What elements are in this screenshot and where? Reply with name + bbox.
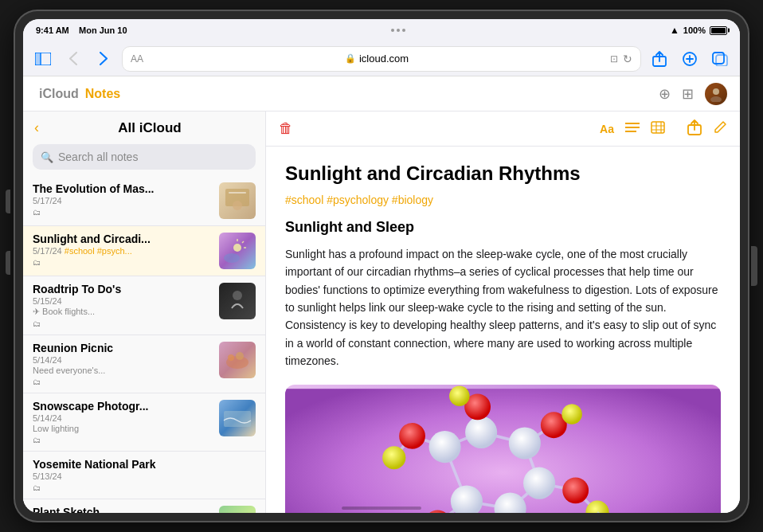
svg-point-10 <box>233 201 242 210</box>
share-note-button[interactable] <box>687 119 702 139</box>
svg-point-17 <box>233 291 242 300</box>
note-info: Sunlight and Circadi... 5/17/24 #school … <box>33 233 213 269</box>
editor-toolbar-right: Aa <box>600 119 727 139</box>
note-date: 5/14/24 <box>33 355 213 365</box>
forward-button[interactable] <box>92 47 115 71</box>
folder-icon: 🗂 <box>33 258 213 267</box>
editor-content[interactable]: Sunlight and Circadian Rhythms #school #… <box>266 147 740 513</box>
folder-icon: 🗂 <box>33 483 256 492</box>
svg-point-58 <box>523 467 555 499</box>
grid-icon[interactable]: ⊞ <box>682 85 694 103</box>
battery-percent: 100% <box>683 25 706 35</box>
status-right: ▲ 100% <box>670 25 727 36</box>
svg-rect-6 <box>716 55 727 66</box>
app-header: iCloud Notes ⊕ ⊞ <box>23 76 740 111</box>
back-chevron-icon[interactable]: ‹ <box>34 119 39 136</box>
address-bar[interactable]: AA 🔒 icloud.com ⊡ ↻ <box>122 46 641 72</box>
note-preview: ✈ Book flights... <box>33 307 213 317</box>
notes-list: The Evolution of Mas... 5/17/24 🗂 Sunlig… <box>23 176 265 513</box>
list-item[interactable]: Yosemite National Park 5/13/24 🗂 <box>23 452 265 499</box>
note-preview: Low lighting <box>33 424 213 433</box>
status-bar: 9:41 AM Mon Jun 10 ▲ 100% <box>23 19 740 41</box>
svg-point-55 <box>429 431 461 463</box>
note-title: Yosemite National Park <box>33 458 256 471</box>
editor-toolbar-left: 🗑 <box>279 120 293 137</box>
svg-point-16 <box>224 253 240 263</box>
list-format-button[interactable] <box>625 122 640 136</box>
folder-icon: 🗂 <box>33 319 213 328</box>
battery-icon <box>710 26 727 35</box>
volume-down-button[interactable] <box>6 251 10 275</box>
svg-rect-11 <box>229 192 246 194</box>
sidebar-toggle-button[interactable] <box>31 47 55 71</box>
status-time: 9:41 AM <box>36 25 69 35</box>
svg-point-20 <box>236 352 244 360</box>
icloud-label: iCloud <box>39 87 79 101</box>
back-button[interactable] <box>61 47 85 71</box>
note-date: 5/17/24 <box>33 196 213 205</box>
power-button[interactable] <box>751 246 757 286</box>
volume-up-button[interactable] <box>6 190 10 213</box>
dot1 <box>391 29 394 32</box>
browser-toolbar: AA 🔒 icloud.com ⊡ ↻ <box>23 41 740 76</box>
note-info: Roadtrip To Do's 5/15/24 ✈ Book flights.… <box>33 283 213 328</box>
dot3 <box>402 29 405 32</box>
notes-label: Notes <box>85 87 120 101</box>
list-item[interactable]: The Evolution of Mas... 5/17/24 🗂 <box>23 176 265 226</box>
svg-point-8 <box>710 96 722 102</box>
status-center <box>391 29 405 32</box>
home-indicator[interactable] <box>342 507 421 510</box>
note-preview: Need everyone's... <box>33 366 213 375</box>
search-bar[interactable]: 🔍 Search all notes <box>33 144 256 170</box>
folder-icon: 🗂 <box>33 377 213 386</box>
edit-note-button[interactable] <box>713 120 727 138</box>
note-thumbnail <box>219 233 256 269</box>
svg-point-12 <box>233 244 241 252</box>
sidebar: ‹ All iCloud 🔍 Search all notes The Evol… <box>23 111 266 513</box>
svg-point-56 <box>465 416 497 448</box>
list-item[interactable]: Plant Sketch 5/13/24 🗂 <box>23 499 265 513</box>
list-item[interactable]: Roadtrip To Do's 5/15/24 ✈ Book flights.… <box>23 276 265 335</box>
note-info: Snowscape Photogr... 5/14/24 Low lightin… <box>33 400 213 444</box>
dot2 <box>397 29 400 32</box>
add-note-icon[interactable]: ⊕ <box>659 85 671 103</box>
status-time-date: 9:41 AM Mon Jun 10 <box>36 25 127 35</box>
note-section-title: Sunlight and Sleep <box>285 219 721 236</box>
share-button[interactable] <box>648 47 671 71</box>
app-logo: iCloud Notes <box>36 87 120 101</box>
reader-icon: ⊡ <box>610 53 618 65</box>
delete-note-button[interactable]: 🗑 <box>279 120 293 137</box>
note-title: Sunlight and Circadi... <box>33 233 213 245</box>
add-button[interactable] <box>678 47 702 71</box>
note-date: 5/17/24 #school #psych... <box>33 246 213 256</box>
folder-icon: 🗂 <box>33 208 213 217</box>
battery-fill <box>711 28 726 33</box>
list-item[interactable]: Sunlight and Circadi... 5/17/24 #school … <box>23 226 265 276</box>
note-info: Reunion Picnic 5/14/24 Need everyone's..… <box>33 342 213 386</box>
note-title: Snowscape Photogr... <box>33 400 213 413</box>
note-main-title: Sunlight and Circadian Rhythms <box>285 162 721 186</box>
svg-point-69 <box>449 385 470 406</box>
search-placeholder: Search all notes <box>58 151 138 163</box>
browser-toolbar-right <box>648 47 732 71</box>
reload-icon[interactable]: ↻ <box>623 53 632 65</box>
svg-rect-0 <box>35 53 41 65</box>
svg-point-7 <box>713 88 719 95</box>
app-header-right: ⊕ ⊞ <box>659 83 727 105</box>
tabs-button[interactable] <box>708 47 732 71</box>
list-item[interactable]: Snowscape Photogr... 5/14/24 Low lightin… <box>23 393 265 452</box>
note-thumbnail <box>219 506 256 513</box>
search-icon: 🔍 <box>41 151 53 163</box>
table-format-button[interactable] <box>651 121 665 137</box>
note-info: The Evolution of Mas... 5/17/24 🗂 <box>33 182 213 219</box>
status-date: Mon Jun 10 <box>79 25 127 35</box>
svg-point-57 <box>509 427 541 459</box>
editor-toolbar: 🗑 Aa <box>266 111 740 147</box>
text-format-button[interactable]: Aa <box>600 123 614 135</box>
note-thumbnail <box>219 283 256 319</box>
folder-icon: 🗂 <box>33 436 213 444</box>
list-item[interactable]: Reunion Picnic 5/14/24 Need everyone's..… <box>23 335 265 393</box>
svg-rect-5 <box>713 53 724 64</box>
svg-point-67 <box>382 446 405 469</box>
avatar[interactable] <box>705 83 727 105</box>
